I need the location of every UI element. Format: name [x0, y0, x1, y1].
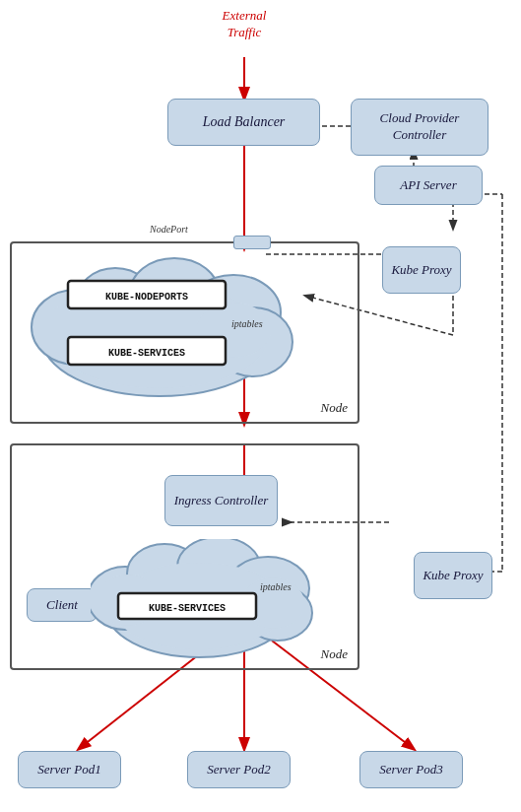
- kube-proxy-1-box: Kube Proxy: [382, 246, 461, 294]
- api-server-box: API Server: [374, 166, 483, 205]
- server-pod2-box: Server Pod2: [187, 751, 291, 788]
- node-2-label: Node: [321, 646, 348, 662]
- cloud-1-svg: KUBE-NODEPORTS KUBE-SERVICES iptables: [17, 253, 302, 406]
- load-balancer-box: Load Balancer: [167, 99, 320, 146]
- cloud-provider-controller-box: Cloud Provider Controller: [351, 99, 488, 156]
- svg-text:KUBE-NODEPORTS: KUBE-NODEPORTS: [105, 292, 188, 303]
- nodeport-label: NodePort: [150, 224, 188, 235]
- server-pod1-box: Server Pod1: [18, 751, 121, 788]
- node-1-label: Node: [321, 400, 348, 416]
- server-pod3-box: Server Pod3: [359, 751, 463, 788]
- external-traffic-label: External Traffic: [205, 8, 284, 41]
- svg-text:iptables: iptables: [260, 581, 292, 592]
- svg-text:KUBE-SERVICES: KUBE-SERVICES: [149, 603, 226, 614]
- cloud-2-svg: KUBE-SERVICES iptables: [91, 539, 317, 667]
- client-box: Client: [27, 588, 98, 622]
- ingress-controller-box: Ingress Controller: [164, 475, 278, 526]
- kube-proxy-2-box: Kube Proxy: [414, 552, 492, 599]
- node-1-container: Node NodePort KUBE-NODEPORTS KUBE-SERVIC…: [10, 241, 359, 424]
- nodeport-rect: [233, 236, 271, 249]
- svg-text:iptables: iptables: [231, 318, 263, 329]
- diagram: External Traffic: [0, 0, 521, 812]
- node-2-container: Node Ingress Controller Client KUBE-SERV…: [10, 443, 359, 670]
- svg-text:KUBE-SERVICES: KUBE-SERVICES: [108, 348, 185, 359]
